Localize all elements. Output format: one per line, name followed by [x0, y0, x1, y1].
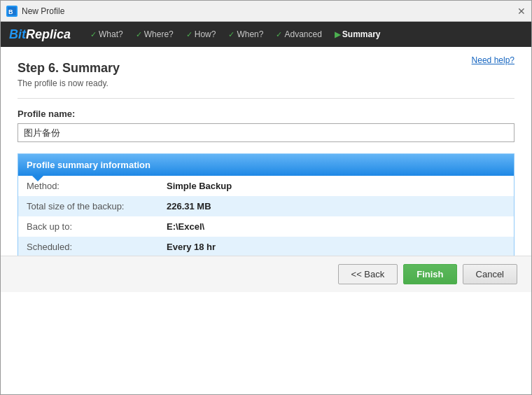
- brand-logo: BitReplica: [9, 27, 71, 42]
- nav-label-when: When?: [237, 29, 263, 39]
- brand-bit: Bit: [9, 27, 26, 41]
- profile-name-input[interactable]: [18, 123, 514, 142]
- nav-item-where[interactable]: ✓ Where?: [130, 27, 179, 42]
- brand-replica: Replica: [26, 27, 71, 41]
- nav-item-how[interactable]: ✓ How?: [181, 27, 222, 42]
- summary-header: Profile summary information: [18, 154, 514, 176]
- titlebar: B New Profile ✕: [1, 1, 531, 22]
- profile-name-label: Profile name:: [18, 109, 514, 119]
- row-label: Scheduled:: [18, 237, 158, 257]
- check-icon-where: ✓: [136, 30, 142, 39]
- nav-label-summary: Summary: [342, 29, 381, 39]
- check-icon-when: ✓: [228, 30, 234, 39]
- row-value: Simple Backup: [158, 176, 514, 196]
- nav-item-what[interactable]: ✓ What?: [85, 27, 129, 42]
- finish-button[interactable]: Finish: [403, 264, 456, 284]
- step-title: Step 6. Summary: [18, 61, 514, 76]
- window-title: New Profile: [22, 6, 64, 16]
- row-label: Total size of the backup:: [18, 196, 158, 216]
- table-row: Total size of the backup: 226.31 MB: [18, 196, 514, 216]
- nav-item-summary[interactable]: ▶ Summary: [329, 27, 386, 42]
- row-value: 226.31 MB: [158, 196, 514, 216]
- table-row: Scheduled: Every 18 hr: [18, 237, 514, 257]
- nav-label-where: Where?: [144, 29, 174, 39]
- check-icon-what: ✓: [90, 30, 97, 39]
- arrow-icon-summary: ▶: [335, 30, 340, 39]
- row-value: Every 18 hr: [158, 237, 514, 257]
- nav-item-when[interactable]: ✓ When?: [223, 27, 269, 42]
- check-icon-how: ✓: [186, 30, 192, 39]
- nav-items: ✓ What? ✓ Where? ✓ How? ✓ When? ✓ Advanc…: [85, 27, 386, 42]
- help-link[interactable]: Need help?: [472, 55, 514, 65]
- check-icon-advanced: ✓: [276, 30, 282, 39]
- table-row: Method: Simple Backup: [18, 176, 514, 196]
- nav-item-advanced[interactable]: ✓ Advanced: [270, 27, 327, 42]
- nav-label-how: How?: [195, 29, 216, 39]
- nav-label-advanced: Advanced: [284, 29, 321, 39]
- table-row: Back up to: E:\Excel\: [18, 216, 514, 237]
- nav-label-what: What?: [99, 29, 123, 39]
- row-value: E:\Excel\: [158, 216, 514, 237]
- back-button[interactable]: << Back: [338, 264, 398, 284]
- footer: << Back Finish Cancel: [1, 256, 531, 292]
- divider: [18, 98, 514, 99]
- close-button[interactable]: ✕: [517, 6, 526, 17]
- app-icon: B: [6, 6, 18, 17]
- cancel-button[interactable]: Cancel: [463, 264, 517, 284]
- svg-text:B: B: [8, 8, 13, 15]
- row-label: Back up to:: [18, 216, 158, 237]
- step-subtitle: The profile is now ready.: [18, 78, 514, 88]
- navbar: BitReplica ✓ What? ✓ Where? ✓ How? ✓ Whe…: [1, 22, 531, 47]
